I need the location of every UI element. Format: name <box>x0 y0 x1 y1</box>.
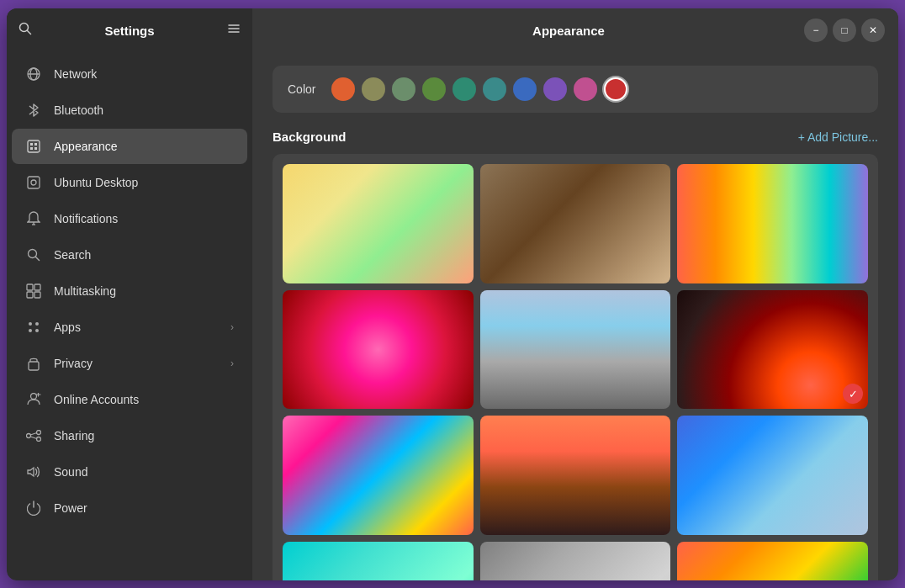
color-section: Color <box>273 66 878 113</box>
multitasking-icon <box>25 283 42 299</box>
wallpaper-item-2[interactable] <box>480 164 671 283</box>
menu-icon[interactable] <box>227 22 241 39</box>
svg-line-1 <box>28 31 31 34</box>
sidebar-item-privacy[interactable]: Privacy › <box>12 346 247 381</box>
add-picture-button[interactable]: + Add Picture... <box>798 130 878 144</box>
svg-rect-11 <box>30 147 33 150</box>
background-header: Background + Add Picture... <box>273 130 878 144</box>
wallpaper-item-12[interactable] <box>677 542 868 580</box>
sidebar-item-online-accounts-label: Online Accounts <box>54 393 139 406</box>
privacy-icon <box>25 355 42 372</box>
svg-line-18 <box>36 257 40 261</box>
close-button[interactable]: ✕ <box>861 19 885 42</box>
svg-point-31 <box>37 437 41 442</box>
svg-rect-12 <box>34 147 37 150</box>
svg-rect-8 <box>28 140 40 152</box>
sidebar-item-ubuntu-desktop[interactable]: Ubuntu Desktop <box>12 165 247 200</box>
sidebar-header: Settings <box>7 8 252 52</box>
color-swatch-teal[interactable] <box>452 77 476 101</box>
svg-point-14 <box>31 180 36 185</box>
svg-point-24 <box>35 322 39 326</box>
wallpaper-thumb-1 <box>283 164 474 283</box>
color-swatch-purple[interactable] <box>543 77 567 101</box>
svg-line-32 <box>30 433 37 436</box>
svg-rect-19 <box>27 284 33 290</box>
color-swatch-olive[interactable] <box>362 77 385 101</box>
color-swatches <box>331 77 627 101</box>
sound-icon <box>25 464 42 480</box>
color-swatch-orange[interactable] <box>331 77 355 101</box>
notifications-icon <box>25 210 42 227</box>
minimize-button[interactable]: − <box>804 19 828 42</box>
sidebar-item-sound[interactable]: Sound <box>12 454 247 490</box>
svg-point-29 <box>27 434 31 438</box>
main-title: Appearance <box>333 24 804 38</box>
color-swatch-sage[interactable] <box>392 77 415 101</box>
sidebar-item-bluetooth[interactable]: Bluetooth <box>12 93 247 128</box>
wallpaper-item-6[interactable]: ✓ <box>677 290 868 410</box>
svg-rect-20 <box>34 284 40 290</box>
sidebar-item-notifications[interactable]: Notifications <box>12 201 247 236</box>
apps-arrow-icon: › <box>230 321 234 333</box>
sidebar-item-network[interactable]: Network <box>12 56 247 92</box>
sidebar-item-search-label: Search <box>54 248 91 262</box>
svg-point-28 <box>31 394 37 400</box>
wallpaper-item-8[interactable] <box>480 416 671 535</box>
svg-point-23 <box>29 322 32 326</box>
wallpaper-thumb-4 <box>283 290 474 410</box>
wallpaper-item-3[interactable] <box>677 164 868 283</box>
svg-point-26 <box>35 329 39 332</box>
sidebar-item-apps-label: Apps <box>54 320 81 334</box>
wallpaper-thumb-11 <box>480 542 671 580</box>
background-label: Background <box>273 130 347 144</box>
sidebar-item-power[interactable]: Power <box>12 490 247 526</box>
wallpaper-item-7[interactable] <box>283 416 474 535</box>
wallpaper-thumb-10 <box>283 542 474 580</box>
color-swatch-cyan[interactable] <box>483 77 506 101</box>
sharing-icon <box>25 427 42 444</box>
sidebar-title: Settings <box>104 24 154 38</box>
svg-rect-13 <box>28 177 40 188</box>
maximize-button[interactable]: □ <box>833 19 856 42</box>
bluetooth-icon <box>25 102 42 119</box>
wallpaper-grid: ✓ <box>273 154 878 580</box>
svg-rect-22 <box>34 292 40 298</box>
main-header: Appearance − □ ✕ <box>252 8 898 52</box>
wallpaper-item-5[interactable] <box>480 290 671 410</box>
appearance-content: Color Background + Add Picture... <box>252 52 898 580</box>
wallpaper-item-11[interactable] <box>480 542 671 580</box>
wallpaper-item-1[interactable] <box>283 164 474 283</box>
appearance-icon <box>25 138 42 155</box>
sidebar-item-appearance-label: Appearance <box>54 140 118 153</box>
svg-point-25 <box>29 329 32 332</box>
sidebar-item-search[interactable]: Search <box>12 237 247 273</box>
color-swatch-blue[interactable] <box>513 77 537 101</box>
wallpaper-item-4[interactable] <box>283 290 474 410</box>
sidebar: Settings Network <box>7 8 252 580</box>
window-controls: − □ ✕ <box>804 19 885 42</box>
svg-rect-10 <box>34 143 37 146</box>
sidebar-item-multitasking[interactable]: Multitasking <box>12 273 247 309</box>
sidebar-nav: Network Bluetooth <box>7 52 252 580</box>
network-icon <box>25 66 42 82</box>
search-nav-icon <box>25 246 42 263</box>
search-icon[interactable] <box>19 22 32 39</box>
sidebar-item-sharing[interactable]: Sharing <box>12 418 247 453</box>
svg-rect-9 <box>30 143 33 146</box>
power-icon <box>25 500 42 516</box>
wallpaper-item-9[interactable] <box>677 416 868 535</box>
sidebar-item-online-accounts[interactable]: Online Accounts <box>12 382 247 417</box>
sidebar-item-appearance[interactable]: Appearance <box>12 129 247 164</box>
color-swatch-pink[interactable] <box>574 77 597 101</box>
wallpaper-thumb-8 <box>480 416 671 535</box>
wallpaper-item-10[interactable] <box>283 542 474 580</box>
sidebar-item-privacy-label: Privacy <box>54 357 93 370</box>
privacy-arrow-icon: › <box>230 358 234 369</box>
color-swatch-green[interactable] <box>422 77 446 101</box>
sidebar-item-apps[interactable]: Apps › <box>12 310 247 345</box>
settings-window: Settings Network <box>7 8 898 580</box>
sidebar-item-sharing-label: Sharing <box>54 429 94 442</box>
wallpaper-thumb-9 <box>677 416 868 535</box>
wallpaper-thumb-6 <box>677 290 868 410</box>
color-swatch-red[interactable] <box>604 77 627 101</box>
